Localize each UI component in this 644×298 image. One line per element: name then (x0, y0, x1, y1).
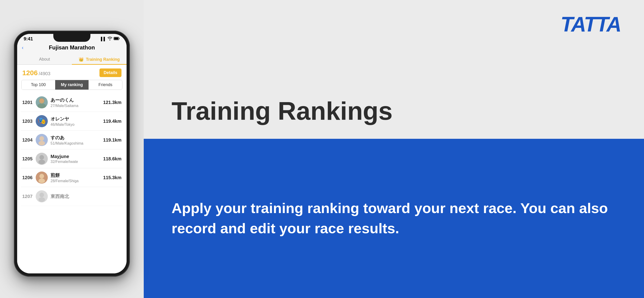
runner-info: 煎餅 28/Female/Shiga (50, 172, 100, 183)
svg-point-18 (40, 193, 44, 197)
crown-icon: 👑 (78, 57, 84, 62)
runner-distance: 118.6km (103, 156, 122, 162)
runner-meta: 28/Female/Shiga (50, 179, 100, 183)
runner-name: 東西南北 (50, 193, 122, 200)
status-time: 9:41 (24, 36, 33, 42)
rank-display: 1206 /4903 (22, 69, 50, 77)
wifi-icon (108, 37, 112, 41)
right-top: TATTA Training Rankings (144, 0, 644, 139)
avatar (36, 190, 48, 202)
right-bottom: Apply your training ranking toward your … (144, 139, 644, 298)
table-row: 1204 すのあ 51/ (21, 131, 123, 149)
app-title: Fujisan Marathon (22, 44, 122, 51)
runner-info: オレンヤ 46/Male/Tokyo (50, 116, 100, 127)
phone-mockup: 9:41 ▌▌ (14, 31, 130, 286)
svg-point-10 (38, 141, 45, 146)
runner-distance: 115.3km (103, 175, 122, 180)
runner-info: Mayjune 32/Female/Iwate (50, 154, 100, 164)
runner-name: 煎餅 (50, 172, 100, 178)
table-row: 1207 東西南北 (21, 187, 123, 206)
sub-tab-my-ranking[interactable]: My ranking (55, 80, 89, 90)
details-button[interactable]: Details (100, 69, 122, 77)
sub-tabs: Top 100 My ranking Friends (21, 80, 122, 90)
runner-info: すのあ 51/Male/Kagoshima (50, 135, 100, 146)
runner-info: 東西南北 (50, 193, 122, 200)
runner-rank: 1207 (22, 194, 33, 199)
runner-distance: 119.1km (103, 137, 122, 143)
svg-text:🎭: 🎭 (38, 117, 46, 125)
app-content: 1206 /4903 Details Top 100 My ranking Fr… (17, 65, 126, 273)
right-panel: TATTA Training Rankings Apply your train… (144, 0, 644, 298)
phone-frame: 9:41 ▌▌ (14, 31, 130, 277)
svg-point-15 (40, 174, 44, 178)
tatta-logo-text: TATTA (560, 14, 621, 35)
battery-icon (114, 37, 120, 41)
left-panel: 9:41 ▌▌ (0, 0, 144, 298)
rank-total: /4903 (39, 71, 50, 76)
tab-training-ranking[interactable]: 👑 Training Ranking (72, 55, 126, 64)
app-header: ‹ Fujisan Marathon (17, 42, 126, 55)
notch (53, 34, 90, 42)
svg-point-19 (38, 197, 45, 202)
app-tabs: About 👑 Training Ranking (17, 55, 126, 65)
runner-rank: 1206 (22, 175, 33, 180)
avatar: 🎭 (36, 115, 48, 127)
runner-name: あーのくん (50, 97, 100, 103)
signal-icon: ▌▌ (101, 37, 106, 41)
back-button[interactable]: ‹ (22, 45, 24, 51)
status-icons: ▌▌ (101, 37, 120, 41)
runner-meta: 27/Male/Saitama (50, 104, 100, 108)
rank-number: 1206 (22, 69, 38, 77)
ranking-header: 1206 /4903 Details (17, 65, 126, 80)
avatar (36, 96, 48, 108)
runner-distance: 119.4km (103, 119, 122, 124)
runner-rank: 1204 (22, 137, 33, 143)
runner-name: すのあ (50, 135, 100, 141)
svg-point-16 (38, 178, 45, 183)
runner-info: あーのくん 27/Male/Saitama (50, 97, 100, 108)
runner-meta: 32/Female/Iwate (50, 160, 100, 164)
runner-name: オレンヤ (50, 116, 100, 122)
svg-point-13 (38, 160, 45, 164)
svg-point-12 (40, 155, 44, 160)
sub-tab-top100[interactable]: Top 100 (22, 80, 55, 90)
section-body: Apply your training ranking toward your … (172, 198, 621, 239)
sub-tab-friends[interactable]: Friends (88, 80, 122, 90)
section-title: Training Rankings (172, 97, 621, 125)
svg-point-5 (40, 98, 44, 102)
phone-screen: 9:41 ▌▌ (17, 34, 126, 273)
runner-meta: 51/Male/Kagoshima (50, 141, 100, 146)
runner-name: Mayjune (50, 154, 100, 159)
runner-rank: 1201 (22, 100, 33, 105)
table-row: 1206 煎餅 28/F (21, 168, 123, 187)
avatar (36, 171, 48, 184)
table-row: 1201 あーのく (21, 93, 123, 112)
runner-rank: 1205 (22, 156, 33, 162)
avatar (36, 134, 48, 146)
runner-list: 1201 あーのく (17, 93, 126, 206)
runner-distance: 121.3km (103, 100, 122, 105)
avatar (36, 153, 48, 165)
svg-rect-1 (114, 37, 118, 40)
table-row: 1203 🎭 オレンヤ 46/Male/Tokyo (21, 112, 123, 131)
svg-point-3 (38, 103, 46, 108)
runner-meta: 46/Male/Tokyo (50, 123, 100, 127)
tab-about[interactable]: About (17, 55, 72, 64)
svg-point-9 (40, 136, 44, 141)
table-row: 1205 Mayjune (21, 149, 123, 168)
runner-rank: 1203 (22, 119, 33, 124)
tatta-logo: TATTA (560, 14, 621, 35)
